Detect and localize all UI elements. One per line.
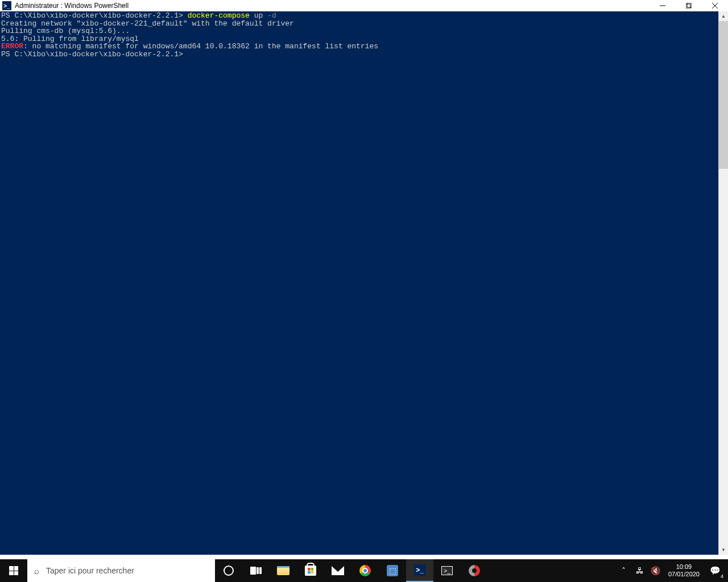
terminal-button[interactable]: >_ [433,559,461,582]
microsoft-store-button[interactable] [297,559,324,582]
ccleaner-icon [469,565,480,576]
action-center-button[interactable]: 💬 4 [705,559,725,582]
powershell-taskbar-button[interactable]: >_ [406,559,433,582]
scrollbar[interactable]: ▲ ▼ [718,11,728,555]
app-icon: ⬚ [387,565,398,576]
minimize-button[interactable] [650,0,676,11]
speaker-muted-icon: 🔇 [651,566,660,575]
network-icon: 🖧 [636,566,644,575]
window-border-bottom [0,555,728,559]
network-button[interactable]: 🖧 [633,559,647,582]
chrome-button[interactable] [351,559,379,582]
svg-rect-2 [687,3,692,7]
scrollbar-thumb[interactable] [719,21,728,169]
tray-overflow-button[interactable]: ˄ [617,559,631,582]
start-button[interactable] [0,559,27,582]
chevron-up-icon: ˄ [622,566,626,575]
cortana-icon [224,566,234,576]
task-view-icon [250,567,262,575]
terminal-icon: >_ [441,566,453,575]
app-button-1[interactable]: ⬚ [379,559,406,582]
window-titlebar: >_ Administrateur : Windows PowerShell [0,0,728,11]
store-icon [305,566,316,576]
mail-button[interactable] [324,559,351,582]
task-view-button[interactable] [242,559,270,582]
notification-icon: 💬 [710,566,721,576]
maximize-button[interactable] [676,0,702,11]
time-text: 10:09 [676,563,692,571]
scroll-up-button[interactable]: ▲ [719,11,728,21]
scroll-down-button[interactable]: ▼ [719,545,728,555]
terminal-area[interactable]: PS C:\Xibo\xibo-docker\xibo-docker-2.2.1… [0,11,728,555]
folder-icon [277,566,289,575]
date-text: 07/01/2020 [668,571,700,578]
windows-logo-icon [9,566,18,575]
window-title: Administrateur : Windows PowerShell [15,2,129,10]
search-box[interactable]: ⌕ Taper ici pour rechercher [27,559,215,582]
ccleaner-button[interactable] [461,559,488,582]
powershell-icon: >_ [414,564,425,576]
taskbar: ⌕ Taper ici pour rechercher ⬚ >_ >_ [0,559,728,582]
search-placeholder: Taper ici pour rechercher [46,566,134,575]
volume-button[interactable]: 🔇 [649,559,663,582]
file-explorer-button[interactable] [270,559,297,582]
chrome-icon [359,565,371,576]
terminal-output: PS C:\Xibo\xibo-docker\xibo-docker-2.2.1… [0,11,718,555]
powershell-icon: >_ [2,1,11,10]
notification-badge: 4 [721,573,723,579]
clock-button[interactable]: 10:09 07/01/2020 [665,563,703,578]
mail-icon [332,566,344,575]
search-icon: ⌕ [34,566,39,576]
cortana-button[interactable] [215,559,242,582]
close-button[interactable] [702,0,728,11]
svg-rect-1 [686,4,690,9]
